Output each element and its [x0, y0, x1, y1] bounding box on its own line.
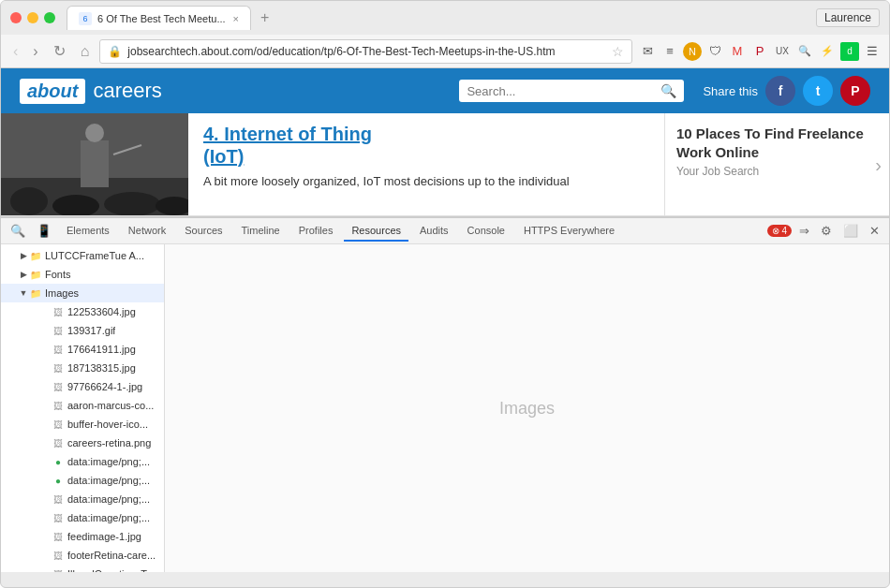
ext-icon-3[interactable]: N	[683, 42, 702, 61]
tree-item-file[interactable]: 🖼 buffer-hover-ico...	[1, 415, 164, 434]
tree-item-file[interactable]: 🖼 97766624-1-.jpg	[1, 377, 164, 396]
file-icon: 🖼	[52, 418, 65, 431]
sidebar-card-title: 10 Places To Find Freelance Work Online	[676, 125, 878, 161]
tree-item-file[interactable]: ● data:image/png;...	[1, 471, 164, 490]
tree-item-file[interactable]: 🖼 139317.gif	[1, 321, 164, 340]
tree-item-file[interactable]: ● data:image/png;...	[1, 452, 164, 471]
search-container: 🔍	[459, 80, 684, 102]
ext-layers-icon[interactable]: ≡	[660, 42, 679, 61]
close-button[interactable]	[10, 12, 22, 23]
devtools-dock-button[interactable]: ⬜	[839, 222, 862, 240]
file-label: 187138315.jpg	[67, 362, 136, 374]
tree-toggle[interactable]: ▶	[18, 269, 29, 280]
devtools-tab-network[interactable]: Network	[121, 221, 173, 242]
devtools-main-panel: Images	[165, 244, 889, 572]
tree-item-images-folder[interactable]: ▼ 📁 Images	[1, 284, 164, 302]
file-icon: ●	[52, 455, 65, 468]
tree-item-file[interactable]: 🖼 187138315.jpg	[1, 359, 164, 377]
browser-tab[interactable]: 6 6 Of The Best Tech Meetu... ×	[67, 6, 251, 30]
panel-label: Images	[499, 399, 555, 419]
bookmark-icon[interactable]: ☆	[612, 44, 624, 59]
ext-icon-7[interactable]: 🔍	[795, 42, 814, 61]
folder-icon: 📁	[29, 249, 42, 262]
tree-item-file[interactable]: 🖼 data:image/png;...	[1, 490, 164, 508]
ext-icon-8[interactable]: ⚡	[818, 42, 837, 61]
facebook-share-button[interactable]: f	[765, 76, 795, 106]
file-label: 97766624-1-.jpg	[67, 381, 142, 392]
sidebar-next-arrow[interactable]: ›	[875, 154, 882, 175]
back-button[interactable]: ‹	[8, 41, 22, 62]
careers-text: careers	[93, 79, 161, 103]
devtools-tab-timeline[interactable]: Timeline	[234, 221, 288, 242]
file-label: 122533604.jpg	[67, 306, 136, 317]
twitter-share-button[interactable]: t	[803, 76, 833, 106]
pinterest-share-button[interactable]: P	[840, 76, 870, 106]
toolbar-extensions: ✉ ≡ N 🛡 M P UX 🔍 ⚡ d ☰	[638, 42, 882, 61]
search-input[interactable]	[467, 84, 655, 98]
file-icon: 🖼	[52, 549, 65, 562]
devtools-jump-button[interactable]: ⇒	[795, 222, 813, 240]
devtools-panel: 🔍 📱 Elements Network Sources Timeline Pr…	[1, 216, 889, 572]
file-icon: ●	[52, 474, 65, 487]
menu-button[interactable]: ☰	[863, 42, 882, 61]
devtools-tab-profiles[interactable]: Profiles	[291, 221, 341, 242]
devtools-tab-https-everywhere[interactable]: HTTPS Everywhere	[516, 221, 622, 242]
error-count-badge: ⊗ 4	[767, 225, 792, 237]
ext-shield-icon[interactable]: 🛡	[705, 42, 724, 61]
maximize-button[interactable]	[44, 12, 55, 23]
ext-map-icon[interactable]: M	[728, 42, 747, 61]
tree-item-file[interactable]: 🖼 careers-retina.png	[1, 434, 164, 452]
tree-item-file[interactable]: 🖼 data:image/png;...	[1, 508, 164, 527]
tree-item-file[interactable]: 🖼 aaron-marcus-co...	[1, 396, 164, 415]
tree-item-fonts[interactable]: ▶ 📁 Fonts	[1, 265, 164, 284]
ext-mail-icon[interactable]: ✉	[638, 42, 657, 61]
search-box[interactable]: 🔍	[459, 80, 684, 102]
devtools-mobile-button[interactable]: 📱	[33, 222, 55, 240]
file-icon: 🖼	[52, 436, 65, 449]
tab-title: 6 Of The Best Tech Meetu...	[97, 13, 226, 24]
devtools-tab-elements[interactable]: Elements	[59, 221, 117, 242]
home-button[interactable]: ⌂	[76, 41, 95, 62]
tree-label: LUTCCFrameTue A...	[45, 250, 144, 261]
file-icon: 🖼	[52, 567, 65, 572]
devtools-tab-console[interactable]: Console	[460, 221, 512, 242]
page-content: about careers 🔍 Share this f t P	[1, 68, 889, 587]
share-section: Share this f t P	[703, 76, 870, 106]
devtools-tab-sources[interactable]: Sources	[177, 221, 230, 242]
tree-item-file[interactable]: 🖼 footerRetina-care...	[1, 546, 164, 565]
profile-button[interactable]: Laurence	[816, 8, 880, 27]
article-body: A bit more loosely organized, IoT most d…	[203, 173, 649, 190]
folder-icon: 📁	[29, 287, 42, 300]
file-tree[interactable]: ▶ 📁 LUTCCFrameTue A... ▶ 📁 Fonts ▼ 📁	[1, 244, 165, 572]
tree-toggle[interactable]: ▼	[18, 287, 29, 299]
devtools-inspect-button[interactable]: 🔍	[7, 222, 29, 240]
tree-item-file[interactable]: 🖼 176641911.jpg	[1, 340, 164, 359]
devtools-tab-resources[interactable]: Resources	[344, 221, 408, 242]
svg-point-7	[85, 124, 104, 142]
devtools-close-button[interactable]: ✕	[866, 222, 883, 240]
devtools-settings-button[interactable]: ⚙	[817, 222, 836, 240]
ext-ux-icon[interactable]: UX	[773, 42, 792, 61]
tree-item-lutcc[interactable]: ▶ 📁 LUTCCFrameTue A...	[1, 246, 164, 265]
new-tab-button[interactable]: +	[255, 9, 274, 26]
article-title[interactable]: 4. Internet of Thing (IoT)	[203, 123, 649, 168]
file-label: footerRetina-care...	[67, 550, 156, 561]
devtools-tab-audits[interactable]: Audits	[412, 221, 456, 242]
tab-close-button[interactable]: ×	[233, 13, 239, 24]
svg-point-4	[104, 192, 160, 215]
tree-toggle[interactable]: ▶	[18, 250, 29, 261]
tree-item-file[interactable]: 🖼 IllegalQuestionsT...	[1, 565, 164, 572]
ext-deviant-icon[interactable]: d	[840, 42, 859, 61]
tree-item-file[interactable]: 🖼 122533604.jpg	[1, 302, 164, 321]
tree-item-file[interactable]: 🖼 feedimage-1.jpg	[1, 527, 164, 546]
address-bar[interactable]: 🔒 jobsearchtech.about.com/od/education/t…	[99, 39, 632, 64]
article-content: 4. Internet of Thing (IoT) A bit more lo…	[188, 113, 664, 215]
ext-pinterest-icon[interactable]: P	[750, 42, 769, 61]
file-icon: 🖼	[52, 343, 65, 356]
file-label: aaron-marcus-co...	[67, 400, 154, 411]
minimize-button[interactable]	[27, 12, 38, 23]
about-logo[interactable]: about	[20, 79, 85, 104]
file-label: feedimage-1.jpg	[67, 531, 141, 542]
forward-button[interactable]: ›	[28, 41, 42, 62]
refresh-button[interactable]: ↻	[49, 40, 70, 62]
